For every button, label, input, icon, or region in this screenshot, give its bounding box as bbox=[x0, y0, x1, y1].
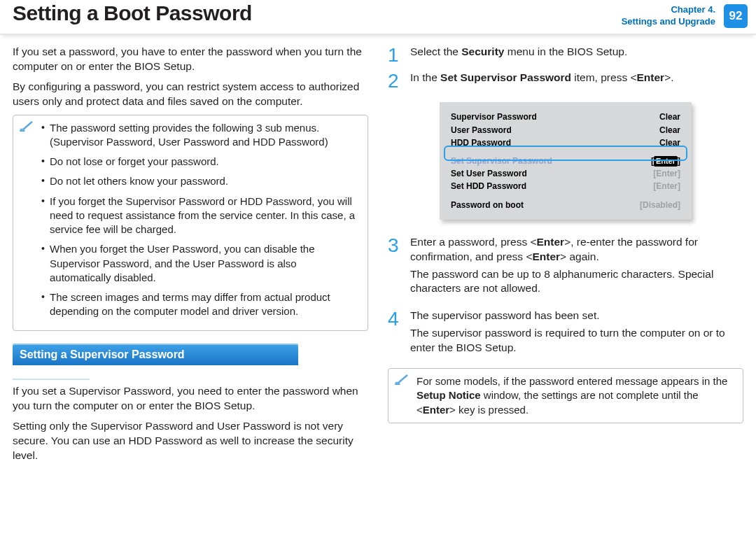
bold-text: Enter bbox=[532, 251, 560, 262]
bold-text: Setup Notice bbox=[416, 389, 481, 401]
section-heading: Setting a Supervisor Password bbox=[13, 344, 368, 381]
step-3: 3 Enter a password, press <Enter>, re-en… bbox=[388, 235, 743, 302]
bios-value: Clear bbox=[610, 111, 680, 123]
step-body: Enter a password, press <Enter>, re-ente… bbox=[410, 235, 743, 302]
step-1: 1 Select the Security menu in the BIOS S… bbox=[388, 45, 743, 64]
note-box: The password setting provides the follow… bbox=[13, 115, 368, 331]
bios-value-highlight: [Enter] bbox=[610, 155, 680, 167]
page-title: Setting a Boot Password bbox=[13, 1, 252, 25]
step-number: 1 bbox=[388, 46, 403, 64]
enter-key-icon: Enter bbox=[654, 156, 678, 167]
intro-paragraph-2: By configuring a password, you can restr… bbox=[13, 80, 368, 109]
text: item, press < bbox=[571, 71, 636, 83]
note-item: If you forget the Supervisor Password or… bbox=[41, 195, 359, 237]
note-item: Do not lose or forget your password. bbox=[41, 155, 359, 169]
text: Enter a password, press < bbox=[410, 236, 537, 248]
chapter-label: Chapter 4. Settings and Upgrade bbox=[622, 4, 715, 28]
section-title: Setting a Supervisor Password bbox=[13, 344, 298, 366]
bios-value: [Enter] bbox=[610, 167, 680, 180]
text: > again. bbox=[560, 251, 599, 262]
step-3-note: The password can be up to 8 alphanumeric… bbox=[410, 267, 743, 297]
section-paragraph-1: If you set a Supervisor Password, you ne… bbox=[13, 384, 368, 414]
bold-text: Set Supervisor Password bbox=[440, 71, 571, 83]
step-number: 4 bbox=[388, 310, 403, 361]
text: menu in the BIOS Setup. bbox=[504, 45, 627, 57]
note-item: The password setting provides the follow… bbox=[41, 121, 359, 150]
bios-label: Set User Password bbox=[451, 167, 610, 180]
step-body: In the Set Supervisor Password item, pre… bbox=[410, 71, 743, 90]
intro-paragraph-1: If you set a password, you have to enter… bbox=[13, 45, 368, 74]
bios-label: HDD Password bbox=[451, 136, 610, 149]
bios-screenshot: Supervisor PasswordClear User PasswordCl… bbox=[440, 102, 692, 219]
svg-rect-1 bbox=[395, 383, 400, 386]
page-number-badge: 92 bbox=[724, 4, 748, 28]
note-icon bbox=[394, 374, 410, 386]
section-paragraph-2: Setting only the Supervisor Password and… bbox=[13, 419, 368, 463]
step-2: 2 In the Set Supervisor Password item, p… bbox=[388, 71, 743, 90]
note-box-2: For some models, if the password entered… bbox=[388, 368, 743, 423]
svg-rect-0 bbox=[20, 129, 24, 132]
step-number: 3 bbox=[388, 237, 403, 302]
bios-label: Set HDD Password bbox=[451, 180, 610, 192]
bold-text: Enter bbox=[423, 404, 449, 416]
note-icon bbox=[19, 121, 34, 132]
bold-text: Enter bbox=[637, 71, 665, 83]
note-item: Do not let others know your password. bbox=[41, 174, 359, 188]
bios-label: Supervisor Password bbox=[451, 111, 610, 123]
step-body: The supervisor password has been set. Th… bbox=[410, 309, 743, 361]
text: Select the bbox=[410, 45, 461, 57]
step-4: 4 The supervisor password has been set. … bbox=[388, 309, 743, 361]
left-column: If you set a password, you have to enter… bbox=[13, 45, 368, 469]
bold-text: Enter bbox=[537, 236, 565, 248]
step-body: Select the Security menu in the BIOS Set… bbox=[410, 45, 743, 64]
text: In the bbox=[410, 71, 440, 83]
text: > key is pressed. bbox=[449, 404, 528, 416]
bios-label-highlight: Set Supervisor Password bbox=[451, 155, 610, 167]
bios-label: User Password bbox=[451, 124, 610, 136]
text: >. bbox=[664, 71, 673, 83]
chapter-line1: Chapter 4. bbox=[671, 4, 715, 15]
step-4-note: The supervisor password is required to t… bbox=[410, 326, 743, 355]
step-number: 2 bbox=[388, 72, 403, 90]
bios-value: [Enter] bbox=[610, 180, 680, 192]
text: The supervisor password has been set. bbox=[410, 309, 600, 321]
bios-label: Password on boot bbox=[451, 199, 610, 211]
page-header: Setting a Boot Password Chapter 4. Setti… bbox=[0, 0, 756, 35]
bios-value: Clear bbox=[610, 136, 680, 149]
bold-text: Security bbox=[461, 45, 504, 57]
bios-value: [Disabled] bbox=[610, 199, 680, 211]
chapter-line2: Settings and Upgrade bbox=[622, 16, 715, 27]
note-item: The screen images and terms may differ f… bbox=[41, 290, 359, 319]
note-item: When you forget the User Password, you c… bbox=[41, 242, 359, 285]
text: For some models, if the password entered… bbox=[416, 375, 727, 387]
right-column: 1 Select the Security menu in the BIOS S… bbox=[388, 45, 743, 469]
bios-value: Clear bbox=[610, 124, 680, 136]
